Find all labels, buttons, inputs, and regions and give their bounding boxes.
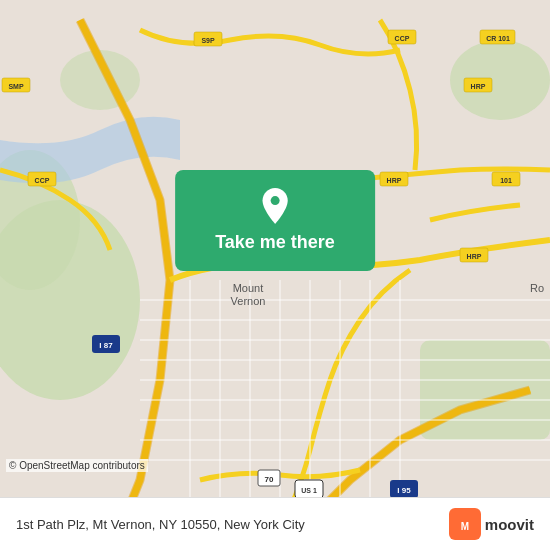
location-pin-icon xyxy=(257,188,293,224)
svg-text:Ro: Ro xyxy=(530,282,544,294)
svg-text:CCP: CCP xyxy=(35,177,50,184)
svg-point-54 xyxy=(270,196,279,205)
moovit-icon: M xyxy=(449,508,481,540)
svg-text:I 95: I 95 xyxy=(397,486,411,495)
svg-text:HRP: HRP xyxy=(467,253,482,260)
cta-label: Take me there xyxy=(215,232,335,253)
svg-text:HRP: HRP xyxy=(471,83,486,90)
svg-text:Mount: Mount xyxy=(233,282,264,294)
map-container: I 87 I 95 US 1 70 HRP HRP HRP S9P CCP SM… xyxy=(0,0,550,550)
svg-text:CCP: CCP xyxy=(395,35,410,42)
svg-text:HRP: HRP xyxy=(387,177,402,184)
svg-text:101: 101 xyxy=(500,177,512,184)
moovit-text: moovit xyxy=(485,516,534,533)
take-me-there-button[interactable]: Take me there xyxy=(175,170,375,271)
osm-attribution: © OpenStreetMap contributors xyxy=(6,459,148,472)
svg-text:M: M xyxy=(461,521,469,532)
bottom-bar: 1st Path Plz, Mt Vernon, NY 10550, New Y… xyxy=(0,497,550,550)
svg-text:US 1: US 1 xyxy=(301,487,317,494)
svg-text:Vernon: Vernon xyxy=(231,295,266,307)
moovit-logo: M moovit xyxy=(449,508,534,540)
svg-text:SMP: SMP xyxy=(8,83,24,90)
svg-text:I 87: I 87 xyxy=(99,341,113,350)
svg-text:CR 101: CR 101 xyxy=(486,35,510,42)
svg-text:70: 70 xyxy=(265,475,274,484)
svg-text:S9P: S9P xyxy=(201,37,215,44)
address-text: 1st Path Plz, Mt Vernon, NY 10550, New Y… xyxy=(16,517,305,532)
